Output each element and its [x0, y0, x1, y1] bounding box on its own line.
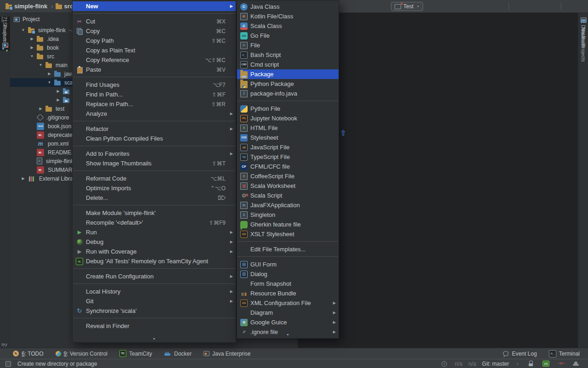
- toolwindow-toggle-icon[interactable]: [6, 361, 11, 367]
- status-item[interactable]: [527, 360, 537, 368]
- menu-item-google-guice[interactable]: Google Guice ▶: [237, 317, 339, 327]
- menu-item-resource-bundle[interactable]: Resource Bundle: [237, 289, 339, 298]
- menu-item-bash-script[interactable]: Bash Script: [237, 50, 339, 60]
- menu-item-stylesheet[interactable]: Stylesheet: [237, 133, 339, 142]
- menu-item-gherkin-feature-file[interactable]: Gherkin feature file: [237, 220, 339, 229]
- menu-item-scala-worksheet[interactable]: Scala Worksheet: [237, 181, 339, 191]
- status-item[interactable]: [543, 361, 551, 367]
- menu-item-python-file[interactable]: Python File: [237, 104, 339, 113]
- status-item[interactable]: [557, 360, 566, 368]
- toolbar-icon[interactable]: [368, 3, 375, 10]
- menu-item-xml-configuration-file[interactable]: XML Configuration File ▶: [237, 298, 339, 308]
- run-configuration-select[interactable]: Test ▼: [391, 2, 423, 11]
- menu-item-kotlin-file-class[interactable]: Kotlin File/Class: [237, 11, 339, 21]
- menu-item-package[interactable]: Package: [237, 69, 339, 79]
- status-item[interactable]: n/a: [469, 361, 476, 367]
- menu-item-typescript-file[interactable]: TypeScript File: [237, 152, 339, 162]
- menu-item-python-package[interactable]: Python Package: [237, 79, 339, 89]
- menu-item-reformat-code[interactable]: Reformat Code ⌥⌘L: [73, 174, 236, 183]
- toolbar-icon[interactable]: [450, 3, 458, 10]
- toolbar-icon[interactable]: [379, 3, 387, 10]
- expand-arrow-icon[interactable]: ▶: [29, 45, 35, 50]
- toolbar-icon[interactable]: [485, 3, 492, 10]
- status-toolbar-item-event-log[interactable]: Event Log: [502, 350, 537, 357]
- status-toolbar-item-todo[interactable]: 6: TODO: [13, 351, 44, 357]
- menu-item-edit-file-templates[interactable]: Edit File Templates...: [237, 244, 339, 254]
- menu-item-recompile-default[interactable]: Recompile '<default>' ⇧⌘F9: [73, 218, 236, 227]
- menu-item-scala-class[interactable]: Scala Class: [237, 21, 339, 31]
- expand-arrow-icon[interactable]: ▼: [20, 28, 26, 32]
- menu-item-cmd-script[interactable]: Cmd script: [237, 60, 339, 69]
- toolbar-icon[interactable]: [514, 3, 521, 10]
- menu-item-copy-as-plain-text[interactable]: Copy as Plain Text: [73, 45, 236, 55]
- status-toolbar-item-terminal[interactable]: Terminal: [549, 350, 580, 357]
- menu-item-html-file[interactable]: HTML File: [237, 123, 339, 133]
- menu-item-synchronize-scala[interactable]: Synchronize 'scala': [73, 306, 236, 316]
- expand-arrow-icon[interactable]: ▶: [55, 98, 61, 102]
- status-item[interactable]: n/a: [455, 361, 463, 367]
- menu-item-debug[interactable]: Debug ▶: [73, 237, 236, 247]
- menu-item-file[interactable]: File: [237, 40, 339, 50]
- menu-item-java-class[interactable]: Java Class: [237, 2, 339, 11]
- status-item[interactable]: [515, 360, 521, 368]
- submenu-scroll-down[interactable]: ▼: [237, 333, 339, 368]
- toolbar-icon[interactable]: [578, 3, 585, 10]
- menu-item-delete[interactable]: Delete... ⌦: [73, 193, 236, 203]
- menu-item-clean-python-compiled-files[interactable]: Clean Python Compiled Files: [73, 134, 236, 143]
- menu-item-copy-reference[interactable]: Copy Reference ⌥⇧⌘C: [73, 55, 236, 65]
- expand-arrow-icon[interactable]: ▶: [20, 176, 26, 181]
- menu-item-analyze[interactable]: Analyze ▶: [73, 109, 236, 119]
- breadcrumb-item-simple-flink[interactable]: simple-flink ›: [6, 3, 55, 10]
- menu-item-find-usages[interactable]: Find Usages ⌥F7: [73, 80, 236, 90]
- menu-item-gui-form[interactable]: GUI Form: [237, 260, 339, 269]
- editor-area[interactable]: ⇧: [298, 13, 578, 348]
- menu-item-cfml-cfc-file[interactable]: CFML/CFC file: [237, 162, 339, 171]
- menu-item-show-image-thumbnails[interactable]: Show Image Thumbnails ⇧⌘T: [73, 159, 236, 168]
- menu-item-refactor[interactable]: Refactor ▶: [73, 124, 236, 134]
- menu-item-cut[interactable]: Cut ⌘X: [73, 17, 236, 26]
- toolbar-icon[interactable]: [439, 3, 446, 10]
- expand-arrow-icon[interactable]: ▶: [29, 37, 35, 41]
- menu-item-run[interactable]: Run ▶: [73, 227, 236, 237]
- menu-item-reveal-in-finder[interactable]: Reveal in Finder: [73, 321, 236, 331]
- menu-item-git[interactable]: Git ▶: [73, 296, 236, 306]
- toolbar-icon[interactable]: [526, 3, 533, 10]
- toolbar-icon[interactable]: [427, 3, 435, 10]
- expand-arrow-icon[interactable]: ▶: [46, 72, 52, 76]
- expand-arrow-icon[interactable]: ▶: [38, 107, 44, 111]
- menu-item-javafxapplication[interactable]: JavaFXApplication: [237, 200, 339, 210]
- tool-window-button-maven-projects[interactable]: Maven Projects: [578, 17, 588, 62]
- menu-item-form-snapshot[interactable]: Form Snapshot: [237, 279, 339, 289]
- menu-item-coffeescript-file[interactable]: CoffeeScript File: [237, 171, 339, 181]
- menu-item-local-history[interactable]: Local History ▶: [73, 287, 236, 296]
- toolbar-icon[interactable]: [566, 3, 574, 10]
- menu-item-package-info-java[interactable]: package-info.java: [237, 89, 339, 98]
- status-item[interactable]: [441, 361, 449, 367]
- menu-item-singleton[interactable]: Singleton: [237, 210, 339, 220]
- toolbar-icon[interactable]: [548, 3, 556, 10]
- toolbar-icon[interactable]: [473, 3, 481, 10]
- menu-item-make-module-simple-flink[interactable]: Make Module 'simple-flink': [73, 208, 236, 218]
- expand-arrow-icon[interactable]: ▼: [29, 54, 35, 58]
- menu-item-dialog[interactable]: Dialog: [237, 269, 339, 279]
- menu-item-diagram[interactable]: Diagram ▶: [237, 308, 339, 317]
- menu-item-copy[interactable]: Copy ⌘C: [73, 26, 236, 36]
- toolbar-icon[interactable]: [537, 3, 544, 10]
- status-item[interactable]: Git: master: [482, 361, 509, 367]
- menu-item-copy-path[interactable]: Copy Path ⇧⌘C: [73, 36, 236, 45]
- menu-item-new[interactable]: New ▶: [73, 1, 236, 11]
- expand-arrow-icon[interactable]: ▶: [55, 89, 61, 93]
- menu-item-paste[interactable]: Paste ⌘V: [73, 65, 236, 74]
- menu-item-xslt-stylesheet[interactable]: XSLT Stylesheet: [237, 229, 339, 239]
- tool-window-button-structure[interactable]: 7: Structure: [0, 17, 10, 52]
- toolbar-icon[interactable]: [462, 3, 469, 10]
- menu-item-find-in-path[interactable]: Find in Path... ⇧⌘F: [73, 90, 236, 99]
- menu-item-debug-all-tests-remotely-on-teamcity-agent[interactable]: Debug 'All Tests' Remotely on TeamCity A…: [73, 256, 236, 266]
- expand-arrow-icon[interactable]: ▼: [46, 80, 52, 85]
- menu-item-go-file[interactable]: Go File: [237, 31, 339, 40]
- context-menu-scroll-down[interactable]: ▼: [72, 337, 236, 368]
- menu-item-run-with-coverage[interactable]: Run with Coverage ▶: [73, 247, 236, 256]
- menu-item-jupyter-notebook[interactable]: Jupyter Notebook: [237, 113, 339, 123]
- menu-item-javascript-file[interactable]: JavaScript File: [237, 142, 339, 152]
- menu-item-add-to-favorites[interactable]: Add to Favorites ▶: [73, 149, 236, 159]
